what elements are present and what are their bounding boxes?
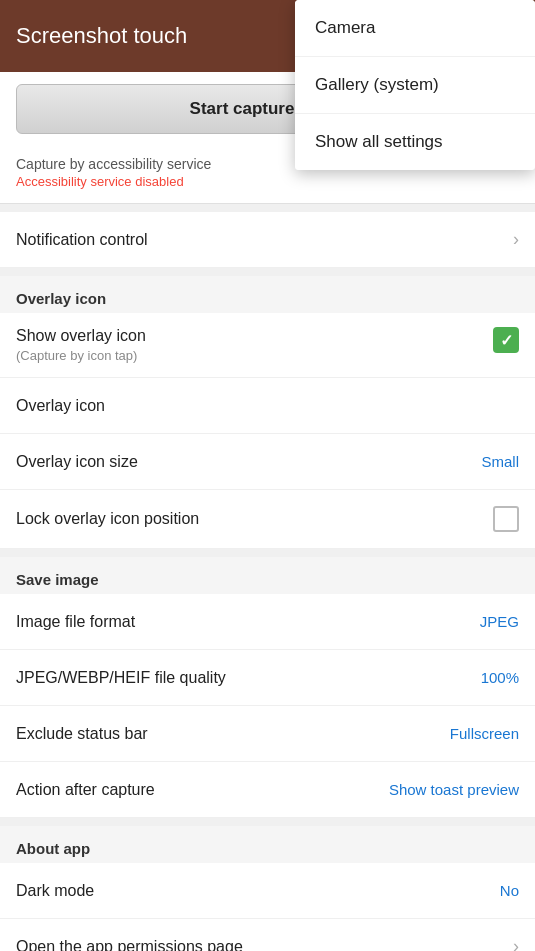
overlay-icon-size-label: Overlay icon size bbox=[16, 453, 138, 471]
file-quality-label: JPEG/WEBP/HEIF file quality bbox=[16, 669, 226, 687]
image-format-value: JPEG bbox=[480, 613, 519, 630]
show-overlay-icon-sublabel: (Capture by icon tap) bbox=[16, 348, 146, 363]
show-overlay-icon-checkbox[interactable] bbox=[493, 327, 519, 353]
dropdown-item-all-settings[interactable]: Show all settings bbox=[295, 114, 535, 170]
lock-overlay-checkbox[interactable] bbox=[493, 506, 519, 532]
file-quality-value: 100% bbox=[481, 669, 519, 686]
overlay-icon-size-item[interactable]: Overlay icon size Small bbox=[0, 434, 535, 490]
show-overlay-icon-item[interactable]: Show overlay icon (Capture by icon tap) bbox=[0, 313, 535, 378]
notification-control-chevron: › bbox=[513, 229, 519, 250]
dropdown-item-gallery[interactable]: Gallery (system) bbox=[295, 57, 535, 114]
divider-1 bbox=[0, 204, 535, 212]
show-overlay-icon-label: Show overlay icon bbox=[16, 327, 146, 345]
divider-4 bbox=[0, 818, 535, 826]
image-format-label: Image file format bbox=[16, 613, 135, 631]
lock-overlay-label: Lock overlay icon position bbox=[16, 510, 199, 528]
save-image-section-header: Save image bbox=[0, 557, 535, 594]
exclude-status-bar-value: Fullscreen bbox=[450, 725, 519, 742]
app-title: Screenshot touch bbox=[16, 23, 187, 49]
show-overlay-icon-text: Show overlay icon (Capture by icon tap) bbox=[16, 327, 146, 363]
dark-mode-label: Dark mode bbox=[16, 882, 94, 900]
exclude-status-bar-item[interactable]: Exclude status bar Fullscreen bbox=[0, 706, 535, 762]
overlay-icon-size-value: Small bbox=[481, 453, 519, 470]
permissions-label: Open the app permissions page bbox=[16, 938, 243, 952]
about-app-section-header: About app bbox=[0, 826, 535, 863]
permissions-item[interactable]: Open the app permissions page › bbox=[0, 919, 535, 951]
permissions-chevron: › bbox=[513, 936, 519, 951]
dropdown-menu: Camera Gallery (system) Show all setting… bbox=[295, 0, 535, 170]
action-after-capture-item[interactable]: Action after capture Show toast preview bbox=[0, 762, 535, 818]
overlay-icon-item[interactable]: Overlay icon bbox=[0, 378, 535, 434]
dark-mode-item[interactable]: Dark mode No bbox=[0, 863, 535, 919]
notification-control-label: Notification control bbox=[16, 231, 148, 249]
notification-control-item[interactable]: Notification control › bbox=[0, 212, 535, 268]
image-format-item[interactable]: Image file format JPEG bbox=[0, 594, 535, 650]
overlay-icon-label: Overlay icon bbox=[16, 397, 105, 415]
action-after-capture-label: Action after capture bbox=[16, 781, 155, 799]
action-after-capture-value: Show toast preview bbox=[389, 781, 519, 798]
exclude-status-bar-label: Exclude status bar bbox=[16, 725, 148, 743]
accessibility-status: Accessibility service disabled bbox=[16, 174, 519, 189]
overlay-icon-section-header: Overlay icon bbox=[0, 276, 535, 313]
main-content: Start capture monit Capture by accessibi… bbox=[0, 72, 535, 951]
file-quality-item[interactable]: JPEG/WEBP/HEIF file quality 100% bbox=[0, 650, 535, 706]
lock-overlay-item[interactable]: Lock overlay icon position bbox=[0, 490, 535, 549]
divider-2 bbox=[0, 268, 535, 276]
divider-3 bbox=[0, 549, 535, 557]
dark-mode-value: No bbox=[500, 882, 519, 899]
dropdown-item-camera[interactable]: Camera bbox=[295, 0, 535, 57]
